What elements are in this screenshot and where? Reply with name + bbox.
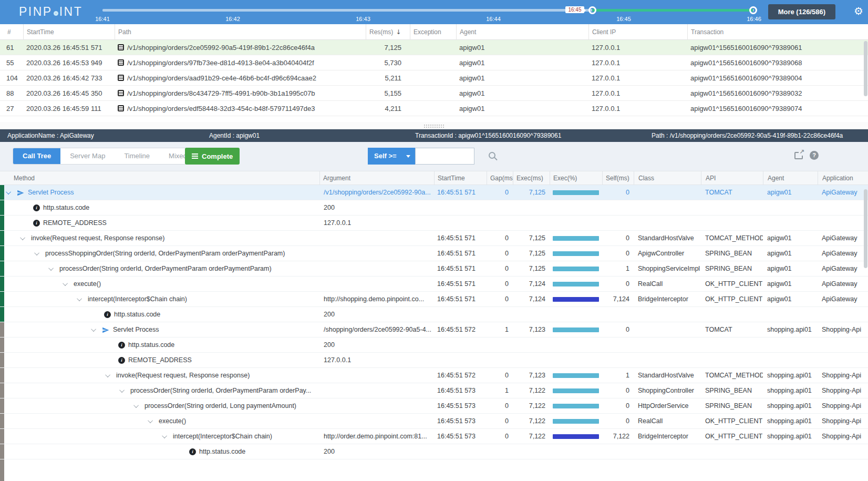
call-tree-row[interactable]: Servlet Process/shopping/orders/2ce05992… [0, 322, 868, 337]
method-cell[interactable]: invoke(Request request, Response respons… [0, 368, 319, 383]
call-tree-row[interactable]: processOrder(String orderId, OrderPaymen… [0, 261, 868, 277]
chevron-down-icon[interactable] [6, 189, 11, 195]
method-cell[interactable]: intercept(Interceptor$Chain chain) [0, 429, 319, 444]
col-header-api[interactable]: API [701, 171, 763, 185]
chevron-down-icon[interactable] [77, 296, 82, 301]
chevron-down-icon[interactable] [48, 265, 54, 271]
vertical-scrollbar-thumb[interactable] [864, 189, 867, 268]
col-header-num[interactable]: # [0, 24, 23, 40]
table-row[interactable]: 612020.03.26 16:45:51 571/v1/shopping/or… [0, 40, 868, 55]
col-header-transaction[interactable]: Transaction [687, 24, 868, 40]
chevron-down-icon[interactable] [148, 418, 153, 423]
chevron-down-icon[interactable] [133, 403, 139, 408]
col-header-path[interactable]: Path [115, 24, 366, 40]
method-cell[interactable]: processShoppingOrder(String orderId, Ord… [0, 246, 319, 261]
call-tree-row[interactable]: intercept(Interceptor$Chain chain)http:/… [0, 292, 868, 307]
search-icon[interactable] [489, 152, 495, 159]
chevron-down-icon[interactable] [162, 433, 167, 438]
slider-selected-range[interactable] [592, 9, 753, 12]
call-tree-row[interactable]: invoke(Request request, Response respons… [0, 231, 868, 246]
exec-cell: 7,125 [513, 261, 550, 277]
col-header-application[interactable]: Application [818, 171, 868, 185]
call-tree-row[interactable]: iREMOTE_ADDRESS127.0.0.1 [0, 216, 868, 231]
method-cell[interactable]: intercept(Interceptor$Chain chain) [0, 292, 319, 307]
call-tree-row[interactable]: execute()16:45:51 57307,1220RealCallOK_H… [0, 414, 868, 429]
tab-server-map[interactable]: Server Map [60, 148, 115, 164]
slider-handle-right[interactable] [749, 6, 757, 14]
more-button[interactable]: More (126/586) [768, 4, 835, 19]
tab-timeline[interactable]: Timeline [115, 148, 159, 164]
call-tree-row[interactable]: ihttp.status.code200 [0, 444, 868, 459]
col-header-class[interactable]: Class [634, 171, 701, 185]
chevron-down-icon[interactable] [34, 250, 39, 255]
chevron-down-icon[interactable] [119, 387, 125, 393]
settings-gear-icon[interactable]: ⚙ [854, 5, 863, 17]
method-cell[interactable]: invoke(Request request, Response respons… [0, 231, 319, 246]
call-tree-row-empty [0, 459, 868, 481]
call-tree-row[interactable]: processShoppingOrder(String orderId, Ord… [0, 246, 868, 261]
method-cell[interactable]: execute() [0, 414, 319, 429]
call-tree-row[interactable]: invoke(Request request, Response respons… [0, 368, 868, 383]
method-cell[interactable]: ihttp.status.code [0, 307, 319, 322]
chevron-down-icon[interactable] [91, 326, 96, 332]
gap-cell: 0 [487, 246, 513, 261]
chevron-down-icon[interactable] [63, 281, 68, 286]
col-header-self[interactable]: Self(ms) [602, 171, 634, 185]
method-cell[interactable]: iREMOTE_ADDRESS [0, 353, 319, 367]
txn-path[interactable]: /v1/shopping/orders/aad91b29-ce4e-46b6-b… [115, 70, 366, 85]
txn-path[interactable]: /v1/shopping/orders/97fb73ee-d81d-4913-8… [115, 55, 366, 70]
method-cell[interactable]: execute() [0, 277, 319, 292]
table-row[interactable]: 272020.03.26 16:45:59 111/v1/shopping/or… [0, 101, 868, 116]
help-icon[interactable]: ? [810, 151, 819, 160]
method-cell[interactable]: ihttp.status.code [0, 337, 319, 352]
call-tree-row[interactable]: ihttp.status.code200 [0, 307, 868, 322]
method-cell[interactable]: ihttp.status.code [0, 444, 319, 459]
chevron-down-icon[interactable] [20, 235, 25, 240]
txn-path[interactable]: /v1/shopping/orders/edf58448-32d3-454c-b… [115, 101, 366, 116]
txn-path[interactable]: /v1/shopping/orders/2ce05992-90a5-419f-8… [115, 40, 366, 55]
col-header-argument[interactable]: Argument [319, 171, 434, 185]
time-range-slider[interactable]: 16:45 16:41 16:42 16:43 16:44 16:45 16:4… [102, 0, 754, 24]
chevron-down-icon[interactable] [105, 372, 110, 377]
method-cell[interactable]: ihttp.status.code [0, 200, 319, 215]
call-tree-row[interactable]: intercept(Interceptor$Chain chain)http:/… [0, 429, 868, 444]
col-header-exec[interactable]: Exec(ms) [513, 171, 550, 185]
table-row[interactable]: 552020.03.26 16:45:53 949/v1/shopping/or… [0, 55, 868, 70]
col-header-gap[interactable]: Gap(ms) [487, 171, 513, 185]
method-cell[interactable]: processOrder(String orderId, Long paymen… [0, 398, 319, 414]
col-header-res[interactable]: Res(ms)↓ [366, 24, 410, 40]
method-cell[interactable]: processOrder(String orderId, OrderPaymen… [0, 261, 319, 277]
col-header-starttime[interactable]: StartTime [434, 171, 487, 185]
col-header-agent[interactable]: Agent [456, 24, 588, 40]
tab-call-tree[interactable]: Call Tree [13, 148, 60, 165]
col-header-starttime[interactable]: StartTime [23, 24, 115, 40]
call-tree-row[interactable]: processOrder(String orderId, OrderPaymen… [0, 383, 868, 398]
filter-value-input[interactable] [415, 148, 474, 165]
call-tree-row[interactable]: ihttp.status.code200 [0, 200, 868, 216]
call-tree-row[interactable]: execute()16:45:51 57107,1240RealCallOK_H… [0, 277, 868, 292]
col-header-clientip[interactable]: Client IP [588, 24, 687, 40]
call-tree-row[interactable]: Servlet Process/v1/shopping/orders/2ce05… [0, 185, 868, 200]
slider-handle-left[interactable] [588, 6, 596, 14]
col-header-exec-pct[interactable]: Exec(%) [550, 171, 602, 185]
complete-button[interactable]: Complete [185, 148, 240, 165]
panel-resize-handle[interactable] [0, 122, 868, 129]
method-cell[interactable]: Servlet Process [0, 322, 319, 337]
call-tree-row[interactable]: processOrder(String orderId, Long paymen… [0, 398, 868, 414]
table-row[interactable]: 882020.03.26 16:45:45 350/v1/shopping/or… [0, 86, 868, 101]
call-tree-row[interactable]: ihttp.status.code200 [0, 337, 868, 353]
txn-path[interactable]: /v1/shopping/orders/8c434729-7ff5-4991-b… [115, 86, 366, 100]
table-row[interactable]: 1042020.03.26 16:45:42 733/v1/shopping/o… [0, 70, 868, 86]
call-tree-row[interactable]: iREMOTE_ADDRESS127.0.0.1 [0, 353, 868, 368]
method-cell[interactable]: Servlet Process [0, 185, 319, 200]
filter-type-select[interactable]: Self >= [368, 148, 415, 165]
pinpoint-logo[interactable]: PINPINT [19, 5, 82, 19]
vertical-scrollbar-thumb[interactable] [864, 41, 867, 96]
transaction-row-partial[interactable] [0, 116, 868, 122]
method-cell[interactable]: iREMOTE_ADDRESS [0, 216, 319, 230]
col-header-agent[interactable]: Agent [763, 171, 818, 185]
col-header-method[interactable]: Method [0, 171, 319, 185]
open-new-window-icon[interactable] [794, 152, 803, 159]
col-header-exception[interactable]: Exception [410, 24, 456, 40]
method-cell[interactable]: processOrder(String orderId, OrderPaymen… [0, 383, 319, 398]
